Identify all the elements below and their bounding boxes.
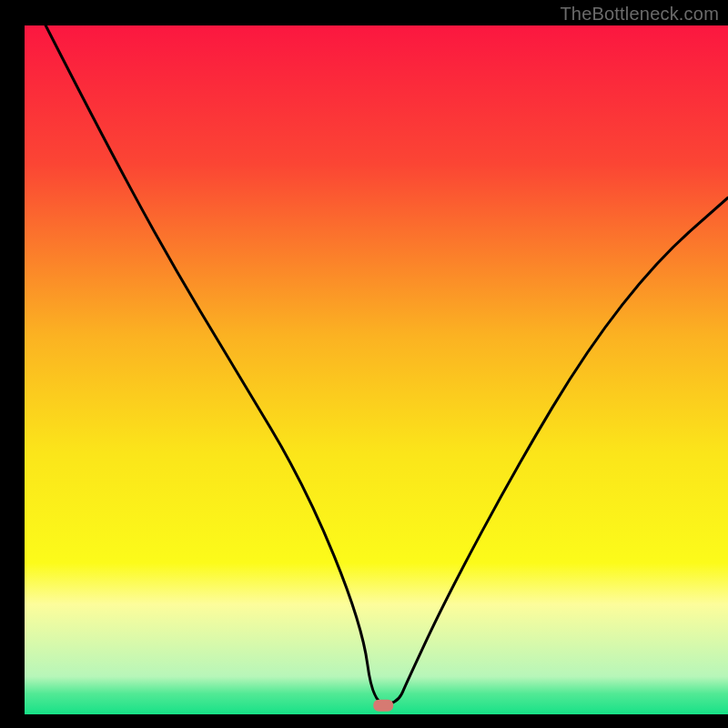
chart-stage: TheBottleneck.com [0, 0, 728, 728]
optimal-marker [373, 700, 393, 712]
watermark-text: TheBottleneck.com [560, 4, 719, 25]
bottleneck-chart [0, 0, 728, 728]
plot-background [25, 25, 728, 714]
